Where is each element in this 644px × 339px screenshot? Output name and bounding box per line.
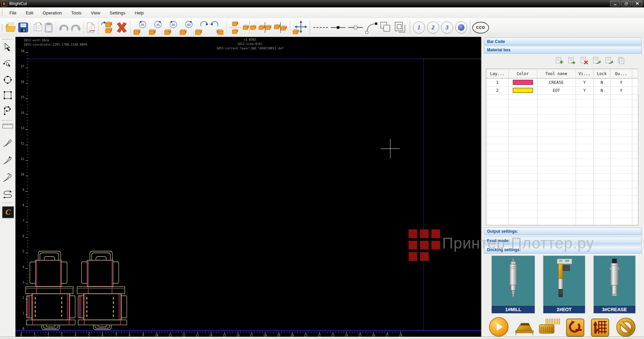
lock-cell[interactable]: N bbox=[593, 87, 610, 95]
material-box-header[interactable]: Material box bbox=[484, 46, 642, 54]
rotate-45-cw-button[interactable]: 45 bbox=[148, 19, 163, 36]
delete-layer-button[interactable] bbox=[580, 56, 589, 65]
save-button[interactable] bbox=[18, 19, 29, 36]
bar-code-header[interactable]: Bar Code bbox=[484, 38, 642, 45]
col-header-color[interactable]: Color bbox=[508, 69, 537, 78]
output-settings-header[interactable]: Output settings: bbox=[484, 227, 642, 235]
knife-curve-tool-button[interactable] bbox=[2, 171, 14, 184]
docking-card-crease[interactable]: 3#CREASE bbox=[593, 256, 636, 314]
menu-settings[interactable]: Settings bbox=[105, 9, 130, 17]
color-swatch[interactable] bbox=[513, 80, 533, 85]
tool-name-cell[interactable]: EOT bbox=[537, 87, 576, 95]
menu-help[interactable]: Help bbox=[130, 9, 149, 17]
brightcut-logo-button[interactable]: C bbox=[2, 206, 14, 219]
close-button[interactable] bbox=[632, 1, 642, 6]
layer-color-cell[interactable] bbox=[508, 78, 537, 87]
col-header-lock[interactable]: Lock bbox=[593, 69, 610, 78]
rotate-origin-button[interactable] bbox=[566, 319, 584, 337]
visible-cell[interactable]: Y bbox=[576, 87, 593, 95]
move-button[interactable] bbox=[292, 19, 308, 36]
delete-button[interactable] bbox=[115, 19, 128, 36]
undo-button[interactable] bbox=[58, 19, 69, 36]
menu-operation[interactable]: Operation bbox=[38, 9, 66, 17]
start-button[interactable] bbox=[489, 317, 508, 337]
knife-add-tool-button[interactable] bbox=[2, 154, 14, 167]
copy-button[interactable] bbox=[33, 19, 43, 36]
ruler-tool-button[interactable] bbox=[2, 121, 14, 131]
add-layer-button[interactable] bbox=[555, 56, 564, 65]
mirror-vertical-button[interactable] bbox=[273, 19, 288, 36]
rotate-90-cw-button[interactable]: 90 bbox=[179, 19, 194, 36]
export-layer-button[interactable] bbox=[604, 56, 614, 65]
restore-button[interactable] bbox=[621, 1, 631, 6]
open-button[interactable] bbox=[5, 19, 17, 36]
layer-number-cell[interactable]: 2 bbox=[486, 87, 508, 95]
path-tool-button[interactable] bbox=[2, 104, 14, 117]
docking-card-mill[interactable]: 1#MILL bbox=[491, 256, 535, 314]
view-2-button[interactable]: 2 bbox=[427, 21, 439, 34]
area-button[interactable] bbox=[591, 319, 609, 337]
output-cell[interactable]: Y bbox=[610, 87, 632, 95]
stop-button[interactable] bbox=[616, 317, 636, 339]
layer-number-cell[interactable]: 1 bbox=[486, 78, 508, 87]
loop-tool-button[interactable] bbox=[2, 188, 14, 201]
import-box-button[interactable] bbox=[101, 19, 115, 36]
line-style-node-button[interactable] bbox=[329, 21, 347, 34]
overlap-squares-button[interactable] bbox=[379, 19, 393, 36]
menu-tools[interactable]: Tools bbox=[66, 9, 86, 17]
knife-tool-button[interactable] bbox=[2, 136, 14, 150]
nested-squares-button[interactable] bbox=[393, 19, 408, 36]
copy-layer-button[interactable] bbox=[617, 56, 626, 65]
copy-layer-icon bbox=[617, 56, 626, 65]
docking-card-eot[interactable]: 2#EOT bbox=[543, 256, 585, 314]
import-box-icon bbox=[101, 21, 115, 34]
col-header-output[interactable]: Ou... bbox=[610, 69, 632, 78]
drawing-canvas[interactable]: 1011:unit:10cm 1055:coordinate:2295.1708… bbox=[15, 37, 481, 337]
docking-settings-header[interactable]: Docking settings: bbox=[484, 246, 642, 253]
visible-cell[interactable]: Y bbox=[576, 78, 593, 87]
output-doc-button[interactable] bbox=[86, 19, 96, 36]
menu-view[interactable]: View bbox=[86, 9, 105, 17]
menu-edit[interactable]: Edit bbox=[21, 9, 38, 17]
col-header-layer[interactable]: Lay... bbox=[486, 69, 508, 78]
open-folder-icon bbox=[5, 22, 17, 33]
view-all-button[interactable] bbox=[455, 21, 467, 34]
menu-file[interactable]: File bbox=[5, 9, 21, 17]
paste-button[interactable] bbox=[44, 19, 54, 36]
layer-color-cell[interactable] bbox=[508, 87, 537, 95]
output-cell[interactable]: Y bbox=[610, 78, 632, 87]
insert-layer-button[interactable] bbox=[567, 56, 577, 65]
rotate-origin-icon bbox=[568, 321, 582, 335]
ccd-button[interactable]: CCD bbox=[472, 22, 489, 34]
color-swatch[interactable] bbox=[513, 88, 533, 93]
col-header-tool[interactable]: Tool nane bbox=[537, 69, 576, 78]
table-row[interactable]: 1 CREASE Y N Y bbox=[486, 78, 638, 87]
redo-button[interactable] bbox=[70, 19, 82, 36]
node-edit-tool-button[interactable] bbox=[2, 57, 14, 70]
bottom-ruler: 0123456789101112131415161718192021222324… bbox=[15, 330, 481, 337]
lock-cell[interactable]: N bbox=[593, 78, 610, 87]
rectangle-tool-button[interactable] bbox=[2, 89, 14, 102]
mirror-horizontal-button[interactable] bbox=[258, 19, 272, 36]
minimize-button[interactable] bbox=[610, 1, 620, 6]
view-1-button[interactable]: 1 bbox=[413, 21, 425, 34]
flip-vertical-button[interactable] bbox=[229, 19, 241, 36]
rotate-free-cw-button[interactable] bbox=[210, 19, 224, 36]
feed-mode-header[interactable]: Feed mode: bbox=[484, 237, 642, 244]
brush-button[interactable] bbox=[539, 318, 561, 339]
circle-tool-button[interactable] bbox=[2, 73, 14, 87]
feed-button[interactable] bbox=[514, 319, 535, 337]
col-header-visible[interactable]: Vi... bbox=[576, 69, 593, 78]
flip-horizontal-button[interactable] bbox=[242, 19, 257, 36]
arc-button[interactable] bbox=[365, 19, 379, 36]
import-layer-button[interactable] bbox=[592, 56, 601, 65]
line-style-open-node-button[interactable] bbox=[347, 21, 364, 34]
rotate-free-ccw-button[interactable] bbox=[194, 19, 209, 36]
select-tool-button[interactable] bbox=[2, 41, 14, 54]
tool-name-cell[interactable]: CREASE bbox=[537, 78, 576, 87]
rotate-45-ccw-button[interactable]: 45 bbox=[132, 19, 147, 36]
line-style-dashed-button[interactable] bbox=[312, 21, 329, 34]
view-3-button[interactable]: 3 bbox=[441, 21, 453, 34]
rotate-90-ccw-button[interactable]: 90 bbox=[163, 19, 178, 36]
table-row[interactable]: 2 EOT Y N Y bbox=[486, 87, 638, 95]
